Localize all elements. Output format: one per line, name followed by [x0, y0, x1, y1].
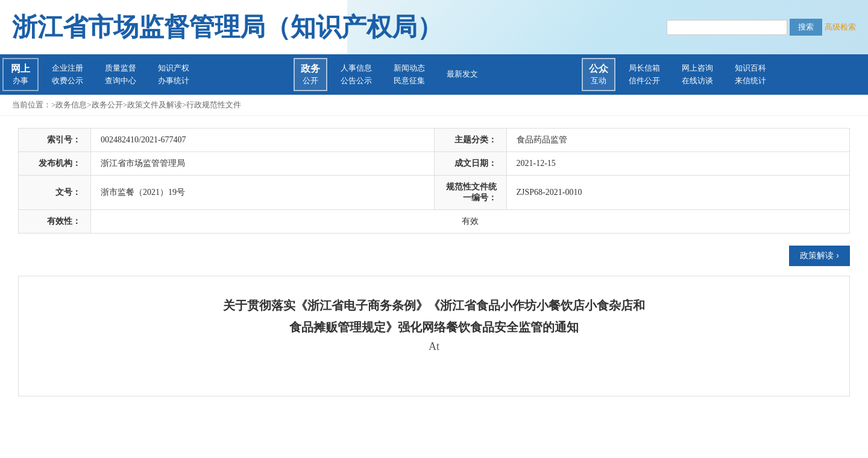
search-button[interactable]: 搜索: [790, 19, 822, 36]
search-area: 搜索 高级检索: [667, 19, 856, 36]
nav-item-knowledge[interactable]: 知识百科 来信统计: [724, 56, 777, 94]
nav-special-online-line2: 办事: [13, 75, 28, 86]
nav-item-latest-line1: 最新发文: [447, 68, 478, 81]
nav-item-consult-line1: 网上咨询: [682, 62, 713, 75]
label-date: 成文日期：: [434, 152, 506, 176]
nav-items-group2: 人事信息 公告公示 新闻动态 民意征集 最新发文: [330, 54, 580, 95]
table-row-index: 索引号： 002482410/2021-677407 主题分类： 食品药品监管: [19, 129, 850, 152]
nav-item-hr-line1: 人事信息: [341, 62, 372, 75]
nav-item-ip[interactable]: 知识产权 办事统计: [147, 56, 200, 94]
nav-item-consult[interactable]: 网上咨询 在线访谈: [671, 56, 724, 94]
value-index: 002482410/2021-677407: [91, 129, 435, 152]
nav-item-quality[interactable]: 质量监督 查询中心: [94, 56, 147, 94]
nav-item-mailbox[interactable]: 局长信箱 信件公开: [618, 56, 671, 94]
label-docno: 文号：: [19, 176, 91, 210]
nav-item-mailbox-line1: 局长信箱: [629, 62, 660, 75]
page-header: 浙江省市场监督管理局（知识产权局） 搜索 高级检索: [0, 0, 868, 54]
search-row: 搜索 高级检索: [667, 19, 856, 36]
nav-item-ip-line1: 知识产权: [158, 62, 189, 75]
value-org: 浙江省市场监管管理局: [91, 152, 435, 176]
nav-item-hr-line2: 公告公示: [341, 75, 372, 87]
nav-special-public-line2: 互动: [591, 75, 606, 86]
value-unified-no: ZJSP68-2021-0010: [506, 176, 850, 210]
nav-item-enterprise-line1: 企业注册: [52, 62, 83, 75]
label-index: 索引号：: [19, 129, 91, 152]
nav-item-ip-line2: 办事统计: [158, 75, 189, 87]
nav-special-public-line1: 公众: [589, 63, 608, 75]
document-box: 关于贯彻落实《浙江省电子商务条例》《浙江省食品小作坊小餐饮店小食杂店和 食品摊贩…: [18, 276, 850, 396]
nav-special-govt[interactable]: 政务 公开: [294, 58, 327, 91]
main-content: 索引号： 002482410/2021-677407 主题分类： 食品药品监管 …: [0, 116, 868, 409]
value-date: 2021-12-15: [506, 152, 850, 176]
search-input[interactable]: [667, 20, 787, 35]
nav-item-news-line2: 民意征集: [394, 75, 425, 87]
policy-btn-row: 政策解读 ›: [18, 246, 850, 266]
doc-title-line1: 关于贯彻落实《浙江省电子商务条例》《浙江省食品小作坊小餐饮店小食杂店和: [31, 294, 837, 316]
label-unified-no: 规范性文件统一编号：: [434, 176, 506, 210]
nav-item-latest[interactable]: 最新发文: [436, 56, 489, 94]
doc-at-text: At: [31, 340, 837, 353]
nav-special-govt-line1: 政务: [301, 63, 320, 75]
nav-special-online[interactable]: 网上 办事: [2, 58, 39, 91]
value-category: 食品药品监管: [506, 129, 850, 152]
nav-item-news-line1: 新闻动态: [394, 62, 425, 75]
nav-bar: 网上 办事 企业注册 收费公示 质量监督 查询中心 知识产权 办事统计 政务 公…: [0, 54, 868, 95]
doc-title-line2: 食品摊贩管理规定》强化网络餐饮食品安全监管的通知: [31, 316, 837, 338]
nav-special-online-line1: 网上: [11, 63, 30, 75]
nav-item-quality-line1: 质量监督: [105, 62, 136, 75]
label-org: 发布机构：: [19, 152, 91, 176]
label-category: 主题分类：: [434, 129, 506, 152]
nav-items-group3: 局长信箱 信件公开 网上咨询 在线访谈 知识百科 来信统计: [618, 54, 868, 95]
nav-item-knowledge-line1: 知识百科: [735, 62, 766, 75]
policy-interpret-button[interactable]: 政策解读 ›: [789, 246, 850, 266]
nav-special-public[interactable]: 公众 互动: [582, 58, 615, 91]
nav-item-consult-line2: 在线访谈: [682, 75, 713, 87]
table-row-org: 发布机构： 浙江省市场监管管理局 成文日期： 2021-12-15: [19, 152, 850, 176]
nav-special-govt-line2: 公开: [303, 75, 318, 86]
table-row-docno: 文号： 浙市监餐（2021）19号 规范性文件统一编号： ZJSP68-2021…: [19, 176, 850, 210]
nav-item-hr[interactable]: 人事信息 公告公示: [330, 56, 383, 94]
nav-item-mailbox-line2: 信件公开: [629, 75, 660, 87]
value-validity: 有效: [91, 210, 850, 234]
nav-items-group1: 企业注册 收费公示 质量监督 查询中心 知识产权 办事统计: [41, 54, 291, 95]
label-validity: 有效性：: [19, 210, 91, 234]
nav-item-enterprise[interactable]: 企业注册 收费公示: [41, 56, 94, 94]
info-table: 索引号： 002482410/2021-677407 主题分类： 食品药品监管 …: [18, 128, 850, 234]
nav-item-knowledge-line2: 来信统计: [735, 75, 766, 87]
table-row-validity: 有效性： 有效: [19, 210, 850, 234]
nav-item-quality-line2: 查询中心: [105, 75, 136, 87]
nav-item-enterprise-line2: 收费公示: [52, 75, 83, 87]
advanced-search-link[interactable]: 高级检索: [825, 22, 856, 33]
nav-item-news[interactable]: 新闻动态 民意征集: [383, 56, 436, 94]
value-docno: 浙市监餐（2021）19号: [91, 176, 435, 210]
breadcrumb: 当前位置：>政务信息>政务公开>政策文件及解读>行政规范性文件: [0, 95, 868, 116]
site-title: 浙江省市场监督管理局（知识产权局）: [12, 10, 442, 44]
